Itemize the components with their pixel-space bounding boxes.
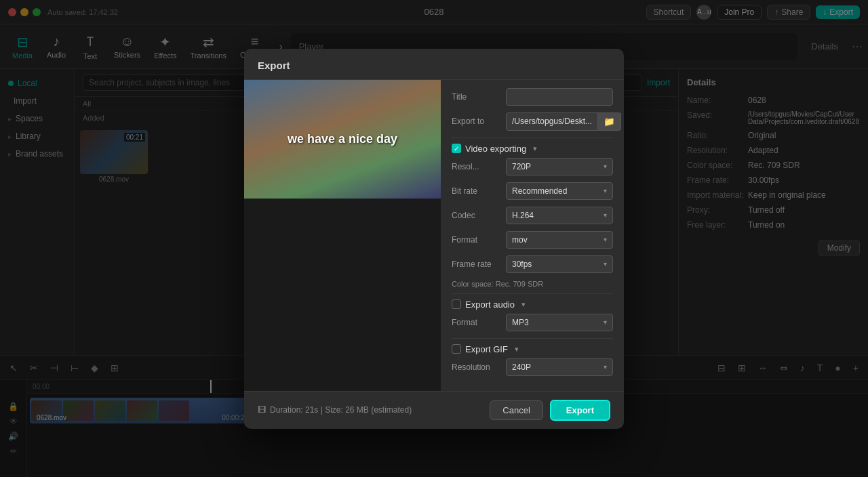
divider-3 bbox=[452, 338, 613, 339]
cancel-button[interactable]: Cancel bbox=[490, 400, 542, 420]
export-modal-footer: 🎞 Duration: 21s | Size: 26 MB (estimated… bbox=[244, 391, 624, 429]
footer-actions: Cancel Export bbox=[490, 400, 610, 421]
gif-resolution-row: Resolution 240P ▾ bbox=[452, 358, 613, 376]
title-field-label: Title bbox=[452, 92, 506, 102]
framerate-label: Frame rate bbox=[452, 260, 506, 269]
codec-value: H.264 bbox=[512, 211, 534, 220]
video-checkbox[interactable]: ✓ bbox=[452, 144, 461, 153]
gif-resolution-select[interactable]: 240P ▾ bbox=[506, 358, 613, 376]
divider-2 bbox=[452, 293, 613, 294]
bitrate-label: Bit rate bbox=[452, 186, 506, 196]
title-field[interactable]: 0628(1) bbox=[506, 88, 613, 106]
codec-arrow-icon: ▾ bbox=[604, 211, 607, 219]
export-modal-header: Export bbox=[244, 49, 624, 80]
preview-overlay-text: we have a nice day bbox=[288, 132, 397, 146]
export-modal: Export we have a nice day Title bbox=[244, 49, 624, 429]
film-icon: 🎞 bbox=[258, 405, 266, 415]
export-settings: Title 0628(1) Export to /Users/topgus/De… bbox=[441, 80, 624, 391]
audio-format-value: MP3 bbox=[512, 318, 529, 327]
audio-format-row: Format MP3 ▾ bbox=[452, 314, 613, 331]
format-label: Format bbox=[452, 235, 506, 245]
audio-format-label: Format bbox=[452, 318, 506, 327]
resolution-label: Resol... bbox=[452, 162, 506, 171]
video-section-caret: ▾ bbox=[533, 144, 537, 153]
audio-section-caret: ▾ bbox=[521, 300, 526, 309]
bitrate-value: Recommended bbox=[512, 186, 567, 196]
resolution-arrow-icon: ▾ bbox=[604, 163, 607, 170]
export-preview: we have a nice day bbox=[244, 80, 441, 391]
footer-info: 🎞 Duration: 21s | Size: 26 MB (estimated… bbox=[258, 405, 412, 415]
framerate-arrow-icon: ▾ bbox=[604, 260, 607, 268]
format-row: Format mov ▾ bbox=[452, 231, 613, 249]
gif-section-caret: ▾ bbox=[515, 345, 519, 354]
bitrate-select[interactable]: Recommended ▾ bbox=[506, 182, 613, 200]
modal-overlay: Export we have a nice day Title bbox=[0, 0, 868, 477]
gif-resolution-value: 240P bbox=[512, 362, 531, 372]
title-row: Title 0628(1) bbox=[452, 88, 613, 106]
colorspace-text: Color space: Rec. 709 SDR bbox=[452, 280, 613, 288]
video-section-toggle[interactable]: ✓ Video exporting ▾ bbox=[452, 144, 613, 154]
gif-resolution-arrow-icon: ▾ bbox=[604, 363, 607, 371]
format-value: mov bbox=[512, 235, 528, 245]
resolution-select[interactable]: 720P ▾ bbox=[506, 158, 613, 175]
format-select[interactable]: mov ▾ bbox=[506, 231, 613, 249]
framerate-select[interactable]: 30fps ▾ bbox=[506, 255, 613, 273]
audio-section-toggle[interactable]: Export audio ▾ bbox=[452, 299, 613, 310]
bitrate-row: Bit rate Recommended ▾ bbox=[452, 182, 613, 200]
title-input[interactable]: 0628(1) bbox=[512, 92, 607, 102]
framerate-row: Frame rate 30fps ▾ bbox=[452, 255, 613, 273]
export-modal-title: Export bbox=[258, 60, 290, 71]
gif-resolution-label: Resolution bbox=[452, 362, 506, 372]
divider-1 bbox=[452, 138, 613, 138]
format-arrow-icon: ▾ bbox=[604, 236, 607, 243]
framerate-value: 30fps bbox=[512, 260, 532, 269]
video-section-label: Video exporting bbox=[465, 144, 526, 154]
browse-folder-button[interactable]: 📁 bbox=[598, 112, 621, 131]
resolution-row: Resol... 720P ▾ bbox=[452, 158, 613, 175]
export-modal-body: we have a nice day Title 0628(1) Export … bbox=[244, 80, 624, 391]
gif-checkbox[interactable] bbox=[452, 344, 461, 354]
export-to-row: Export to /Users/topgus/Deskt... 📁 bbox=[452, 112, 613, 131]
audio-format-arrow-icon: ▾ bbox=[604, 318, 607, 326]
export-to-label: Export to bbox=[452, 117, 506, 126]
export-path-display: /Users/topgus/Deskt... bbox=[506, 112, 598, 131]
folder-icon: 📁 bbox=[604, 117, 615, 127]
codec-select[interactable]: H.264 ▾ bbox=[506, 207, 613, 224]
export-button[interactable]: Export bbox=[550, 400, 610, 421]
footer-duration-text: Duration: 21s | Size: 26 MB (estimated) bbox=[270, 405, 412, 415]
gif-section-label: Export GIF bbox=[465, 344, 508, 354]
audio-section-label: Export audio bbox=[465, 299, 515, 310]
preview-video: we have a nice day bbox=[244, 80, 441, 199]
resolution-value: 720P bbox=[512, 162, 531, 171]
codec-label: Codec bbox=[452, 211, 506, 220]
gif-section-toggle[interactable]: Export GIF ▾ bbox=[452, 344, 613, 354]
codec-row: Codec H.264 ▾ bbox=[452, 207, 613, 224]
audio-format-select[interactable]: MP3 ▾ bbox=[506, 314, 613, 331]
audio-checkbox[interactable] bbox=[452, 299, 461, 309]
bitrate-arrow-icon: ▾ bbox=[604, 187, 607, 194]
